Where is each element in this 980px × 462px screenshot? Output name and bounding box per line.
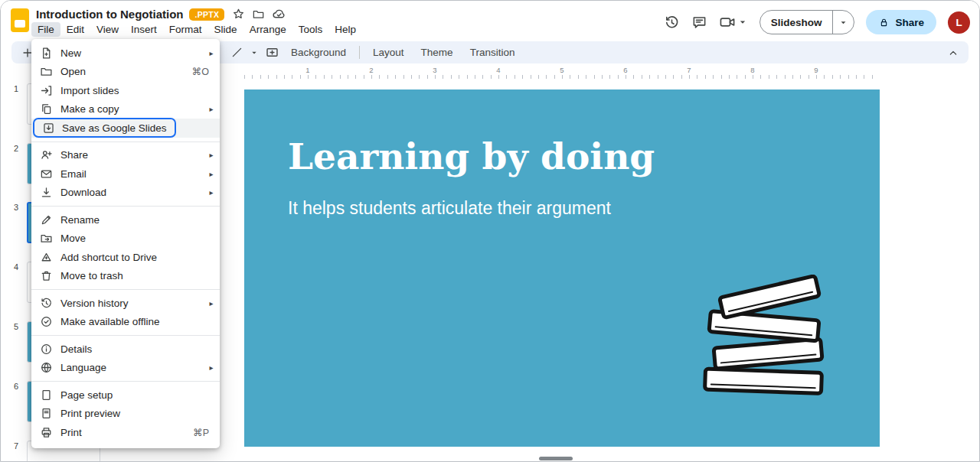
globe-icon: [31, 361, 60, 374]
menu-format[interactable]: Format: [163, 22, 208, 37]
document-status-cloud-icon[interactable]: [272, 7, 286, 21]
move-folder-icon[interactable]: [252, 8, 265, 21]
submenu-arrow-icon: ▸: [203, 299, 220, 307]
download-icon: [31, 186, 60, 199]
menu-item-share[interactable]: Share ▸: [31, 146, 220, 165]
menu-item-print-preview[interactable]: Print preview: [31, 405, 220, 424]
submenu-arrow-icon: ▸: [203, 151, 220, 159]
menu-arrange[interactable]: Arrange: [243, 22, 292, 37]
horizontal-ruler: 1 2 3 4 5 6 7 8 9: [244, 66, 880, 79]
horizontal-scrollbar[interactable]: [539, 457, 573, 460]
menu-item-label: Version history: [60, 298, 203, 309]
menu-view[interactable]: View: [90, 22, 125, 37]
video-call-button[interactable]: [719, 14, 748, 31]
menu-file[interactable]: File: [31, 22, 60, 37]
menu-item-move[interactable]: Move: [31, 229, 220, 249]
video-call-icon: [719, 14, 736, 31]
caret-down-icon[interactable]: [737, 17, 748, 28]
star-icon[interactable]: [232, 8, 245, 21]
menu-item-page-setup[interactable]: Page setup: [31, 386, 220, 405]
menu-item-move-to-trash[interactable]: Move to trash: [31, 267, 220, 286]
caret-down-icon: [838, 18, 848, 28]
menu-item-make-a-copy[interactable]: Make a copy ▸: [31, 100, 220, 119]
menu-item-add-shortcut-to-drive[interactable]: Add shortcut to Drive: [31, 248, 220, 267]
menu-slide[interactable]: Slide: [208, 22, 243, 37]
menu-item-import-slides[interactable]: Import slides: [31, 81, 220, 100]
menu-separator: [31, 142, 220, 142]
menu-item-make-available-offline[interactable]: Make available offline: [31, 313, 220, 332]
menu-item-save-as-google-slides[interactable]: Save as Google Slides: [31, 119, 220, 138]
ruler-mark: 9: [814, 66, 818, 74]
menu-help[interactable]: Help: [328, 22, 362, 37]
menu-item-label: Share: [60, 149, 203, 161]
books-clipart: [697, 275, 839, 401]
share-button[interactable]: Share: [866, 10, 936, 34]
menu-separator: [31, 206, 220, 207]
layout-button[interactable]: Layout: [366, 44, 411, 60]
line-tool-caret-icon[interactable]: [249, 44, 260, 62]
import-slides-icon: [31, 84, 60, 97]
ruler-mark: 8: [750, 66, 754, 74]
menu-item-label: New: [60, 47, 203, 59]
person-add-icon: [31, 148, 60, 161]
menu-item-download[interactable]: Download ▸: [31, 184, 220, 203]
menu-item-new[interactable]: New ▸: [31, 44, 220, 63]
menu-separator: [31, 289, 220, 290]
menu-item-label: Print: [60, 427, 193, 438]
stacked-books-image[interactable]: [697, 275, 839, 404]
ruler-mark: 6: [623, 66, 627, 74]
menu-item-label: Make a copy: [60, 103, 203, 115]
folder-move-icon: [31, 232, 60, 245]
menu-separator: [31, 335, 220, 336]
transition-button[interactable]: Transition: [463, 44, 522, 60]
menu-item-label: Open: [60, 66, 192, 77]
submenu-arrow-icon: ▸: [203, 170, 220, 178]
menu-item-label: Email: [60, 168, 203, 180]
offline-check-icon: [31, 315, 60, 328]
slide-number: 5: [10, 322, 22, 331]
menu-shortcut: ⌘O: [192, 66, 209, 77]
submenu-arrow-icon: ▸: [203, 188, 220, 197]
copy-icon: [31, 102, 60, 116]
account-avatar[interactable]: L: [948, 11, 970, 34]
rename-icon: [31, 213, 60, 226]
menu-item-email[interactable]: Email ▸: [31, 164, 220, 184]
collapse-toolbar-chevron-icon[interactable]: [944, 44, 962, 62]
ruler-mark: 7: [687, 66, 691, 74]
menu-item-language[interactable]: Language ▸: [31, 359, 220, 378]
line-tool-icon[interactable]: [227, 44, 246, 62]
slide-canvas[interactable]: Learning by doing It helps students arti…: [244, 89, 880, 447]
ruler-mark: 2: [369, 66, 373, 74]
lock-icon: [878, 17, 890, 28]
slide-body-text[interactable]: It helps students articulate their argum…: [288, 198, 611, 219]
printer-icon: [31, 426, 60, 439]
slideshow-split-button: Slideshow: [760, 10, 855, 34]
print-preview-icon: [31, 407, 60, 420]
background-button[interactable]: Background: [284, 44, 353, 60]
new-document-icon: [31, 47, 60, 60]
comments-icon[interactable]: [691, 15, 707, 31]
envelope-icon: [31, 168, 60, 181]
highlight-annotation-box: Save as Google Slides: [33, 118, 176, 138]
slide-title-text[interactable]: Learning by doing: [288, 135, 655, 177]
menu-item-print[interactable]: Print ⌘P: [31, 423, 220, 442]
version-history-icon[interactable]: [664, 15, 680, 31]
slideshow-button[interactable]: Slideshow: [760, 11, 833, 34]
placeholder-icon[interactable]: [263, 44, 281, 62]
slides-logo-icon[interactable]: [11, 8, 29, 32]
menu-shortcut: ⌘P: [193, 427, 209, 438]
menu-edit[interactable]: Edit: [60, 22, 90, 37]
menu-tools[interactable]: Tools: [292, 22, 329, 37]
page-setup-icon: [31, 389, 60, 402]
menu-item-label: Save as Google Slides: [62, 122, 167, 134]
menu-item-rename[interactable]: Rename: [31, 210, 220, 229]
slideshow-dropdown-button[interactable]: [832, 11, 854, 34]
menu-item-details[interactable]: Details: [31, 340, 220, 359]
menu-item-label: Download: [60, 187, 203, 198]
menu-item-open[interactable]: Open ⌘O: [31, 63, 220, 82]
document-title[interactable]: Introduction to Negotiation: [36, 8, 183, 21]
theme-button[interactable]: Theme: [414, 44, 460, 60]
menu-insert[interactable]: Insert: [125, 22, 163, 37]
menu-item-label: Move to trash: [60, 270, 220, 281]
menu-item-version-history[interactable]: Version history ▸: [31, 294, 220, 313]
